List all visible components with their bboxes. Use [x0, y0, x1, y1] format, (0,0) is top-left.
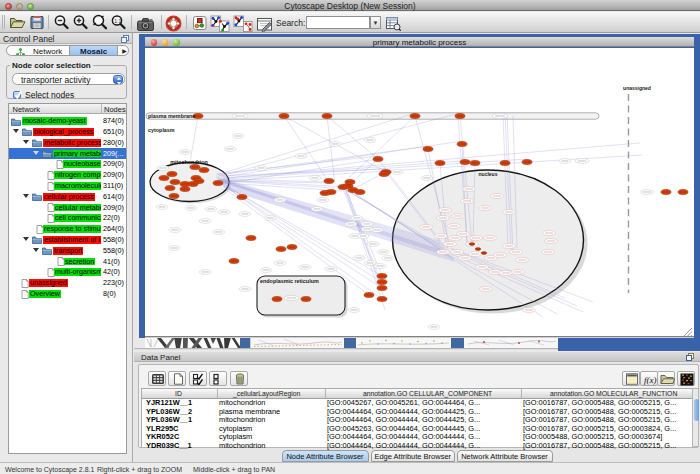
svg-text:f(x): f(x) — [644, 375, 657, 385]
svg-text:cytoplasm: cytoplasm — [148, 127, 175, 133]
svg-text:1:1: 1:1 — [114, 18, 121, 24]
svg-text:mitochondrion: mitochondrion — [170, 159, 208, 165]
svg-text:endoplasmic reticulum: endoplasmic reticulum — [260, 278, 319, 284]
svg-text:unassigned: unassigned — [623, 85, 651, 91]
svg-text:plasma membrane: plasma membrane — [148, 113, 195, 119]
svg-text:nucleus: nucleus — [479, 171, 498, 177]
